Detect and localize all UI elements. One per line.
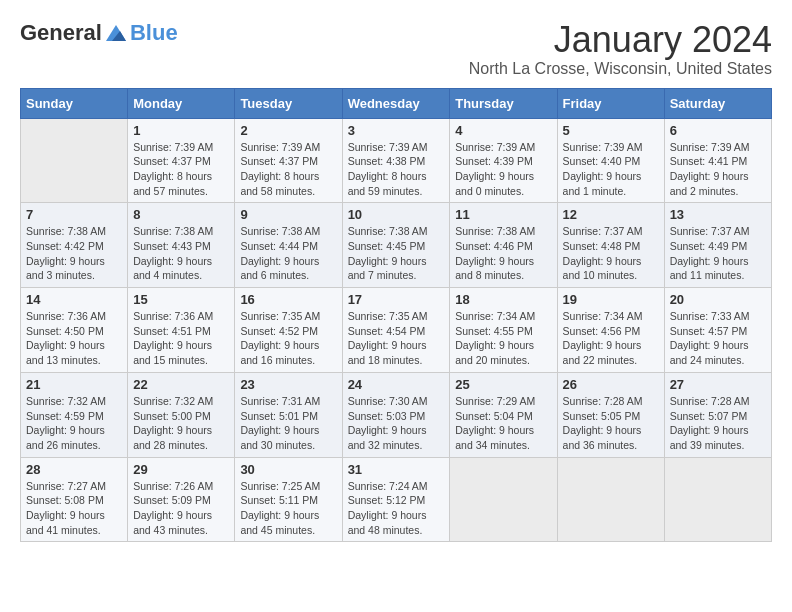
day-number: 4: [455, 123, 551, 138]
calendar-day-cell: 24Sunrise: 7:30 AMSunset: 5:03 PMDayligh…: [342, 372, 450, 457]
calendar-day-cell: 29Sunrise: 7:26 AMSunset: 5:09 PMDayligh…: [128, 457, 235, 542]
calendar-week-row: 28Sunrise: 7:27 AMSunset: 5:08 PMDayligh…: [21, 457, 772, 542]
day-number: 1: [133, 123, 229, 138]
day-number: 31: [348, 462, 445, 477]
day-info: Sunrise: 7:38 AMSunset: 4:44 PMDaylight:…: [240, 224, 336, 283]
calendar-day-cell: [21, 118, 128, 203]
day-info: Sunrise: 7:38 AMSunset: 4:42 PMDaylight:…: [26, 224, 122, 283]
day-info: Sunrise: 7:38 AMSunset: 4:46 PMDaylight:…: [455, 224, 551, 283]
logo-icon: [104, 23, 128, 43]
title-area: January 2024 North La Crosse, Wisconsin,…: [469, 20, 772, 78]
calendar-day-cell: 21Sunrise: 7:32 AMSunset: 4:59 PMDayligh…: [21, 372, 128, 457]
day-info: Sunrise: 7:27 AMSunset: 5:08 PMDaylight:…: [26, 479, 122, 538]
calendar-day-cell: 8Sunrise: 7:38 AMSunset: 4:43 PMDaylight…: [128, 203, 235, 288]
month-title: January 2024: [469, 20, 772, 60]
calendar-day-cell: 31Sunrise: 7:24 AMSunset: 5:12 PMDayligh…: [342, 457, 450, 542]
day-number: 8: [133, 207, 229, 222]
day-number: 5: [563, 123, 659, 138]
calendar-day-cell: 16Sunrise: 7:35 AMSunset: 4:52 PMDayligh…: [235, 288, 342, 373]
day-number: 17: [348, 292, 445, 307]
calendar-day-cell: 12Sunrise: 7:37 AMSunset: 4:48 PMDayligh…: [557, 203, 664, 288]
calendar-day-cell: 5Sunrise: 7:39 AMSunset: 4:40 PMDaylight…: [557, 118, 664, 203]
day-info: Sunrise: 7:31 AMSunset: 5:01 PMDaylight:…: [240, 394, 336, 453]
calendar-week-row: 7Sunrise: 7:38 AMSunset: 4:42 PMDaylight…: [21, 203, 772, 288]
calendar-table: SundayMondayTuesdayWednesdayThursdayFrid…: [20, 88, 772, 543]
day-number: 27: [670, 377, 766, 392]
calendar-day-cell: 19Sunrise: 7:34 AMSunset: 4:56 PMDayligh…: [557, 288, 664, 373]
day-number: 10: [348, 207, 445, 222]
day-info: Sunrise: 7:34 AMSunset: 4:56 PMDaylight:…: [563, 309, 659, 368]
day-number: 13: [670, 207, 766, 222]
calendar-day-cell: 22Sunrise: 7:32 AMSunset: 5:00 PMDayligh…: [128, 372, 235, 457]
calendar-day-cell: 23Sunrise: 7:31 AMSunset: 5:01 PMDayligh…: [235, 372, 342, 457]
day-info: Sunrise: 7:36 AMSunset: 4:51 PMDaylight:…: [133, 309, 229, 368]
calendar-day-cell: 13Sunrise: 7:37 AMSunset: 4:49 PMDayligh…: [664, 203, 771, 288]
day-number: 2: [240, 123, 336, 138]
day-info: Sunrise: 7:38 AMSunset: 4:43 PMDaylight:…: [133, 224, 229, 283]
day-number: 24: [348, 377, 445, 392]
day-info: Sunrise: 7:39 AMSunset: 4:41 PMDaylight:…: [670, 140, 766, 199]
day-info: Sunrise: 7:29 AMSunset: 5:04 PMDaylight:…: [455, 394, 551, 453]
day-number: 30: [240, 462, 336, 477]
day-number: 15: [133, 292, 229, 307]
weekday-header-sunday: Sunday: [21, 88, 128, 118]
day-info: Sunrise: 7:39 AMSunset: 4:38 PMDaylight:…: [348, 140, 445, 199]
day-info: Sunrise: 7:26 AMSunset: 5:09 PMDaylight:…: [133, 479, 229, 538]
day-info: Sunrise: 7:35 AMSunset: 4:54 PMDaylight:…: [348, 309, 445, 368]
calendar-day-cell: [557, 457, 664, 542]
day-info: Sunrise: 7:39 AMSunset: 4:37 PMDaylight:…: [133, 140, 229, 199]
weekday-header-saturday: Saturday: [664, 88, 771, 118]
weekday-header-friday: Friday: [557, 88, 664, 118]
calendar-week-row: 1Sunrise: 7:39 AMSunset: 4:37 PMDaylight…: [21, 118, 772, 203]
day-number: 16: [240, 292, 336, 307]
logo: General Blue: [20, 20, 178, 46]
day-number: 28: [26, 462, 122, 477]
calendar-day-cell: 30Sunrise: 7:25 AMSunset: 5:11 PMDayligh…: [235, 457, 342, 542]
calendar-day-cell: 6Sunrise: 7:39 AMSunset: 4:41 PMDaylight…: [664, 118, 771, 203]
day-number: 23: [240, 377, 336, 392]
logo-blue-text: Blue: [130, 20, 178, 46]
calendar-week-row: 21Sunrise: 7:32 AMSunset: 4:59 PMDayligh…: [21, 372, 772, 457]
calendar-day-cell: 20Sunrise: 7:33 AMSunset: 4:57 PMDayligh…: [664, 288, 771, 373]
day-info: Sunrise: 7:25 AMSunset: 5:11 PMDaylight:…: [240, 479, 336, 538]
day-info: Sunrise: 7:37 AMSunset: 4:49 PMDaylight:…: [670, 224, 766, 283]
calendar-day-cell: 14Sunrise: 7:36 AMSunset: 4:50 PMDayligh…: [21, 288, 128, 373]
weekday-header-thursday: Thursday: [450, 88, 557, 118]
weekday-header-monday: Monday: [128, 88, 235, 118]
day-number: 7: [26, 207, 122, 222]
header: General Blue January 2024 North La Cross…: [20, 20, 772, 78]
calendar-day-cell: 4Sunrise: 7:39 AMSunset: 4:39 PMDaylight…: [450, 118, 557, 203]
weekday-header-tuesday: Tuesday: [235, 88, 342, 118]
weekday-header-row: SundayMondayTuesdayWednesdayThursdayFrid…: [21, 88, 772, 118]
day-number: 11: [455, 207, 551, 222]
calendar-day-cell: [664, 457, 771, 542]
location-title: North La Crosse, Wisconsin, United State…: [469, 60, 772, 78]
day-number: 21: [26, 377, 122, 392]
calendar-day-cell: 2Sunrise: 7:39 AMSunset: 4:37 PMDaylight…: [235, 118, 342, 203]
day-info: Sunrise: 7:32 AMSunset: 4:59 PMDaylight:…: [26, 394, 122, 453]
calendar-day-cell: 27Sunrise: 7:28 AMSunset: 5:07 PMDayligh…: [664, 372, 771, 457]
day-info: Sunrise: 7:34 AMSunset: 4:55 PMDaylight:…: [455, 309, 551, 368]
day-info: Sunrise: 7:30 AMSunset: 5:03 PMDaylight:…: [348, 394, 445, 453]
calendar-week-row: 14Sunrise: 7:36 AMSunset: 4:50 PMDayligh…: [21, 288, 772, 373]
calendar-day-cell: 15Sunrise: 7:36 AMSunset: 4:51 PMDayligh…: [128, 288, 235, 373]
weekday-header-wednesday: Wednesday: [342, 88, 450, 118]
day-number: 18: [455, 292, 551, 307]
day-number: 25: [455, 377, 551, 392]
day-number: 3: [348, 123, 445, 138]
day-info: Sunrise: 7:32 AMSunset: 5:00 PMDaylight:…: [133, 394, 229, 453]
day-number: 26: [563, 377, 659, 392]
day-number: 6: [670, 123, 766, 138]
calendar-day-cell: 9Sunrise: 7:38 AMSunset: 4:44 PMDaylight…: [235, 203, 342, 288]
day-info: Sunrise: 7:39 AMSunset: 4:39 PMDaylight:…: [455, 140, 551, 199]
day-number: 29: [133, 462, 229, 477]
calendar-day-cell: 28Sunrise: 7:27 AMSunset: 5:08 PMDayligh…: [21, 457, 128, 542]
logo-general-text: General: [20, 20, 102, 46]
day-info: Sunrise: 7:38 AMSunset: 4:45 PMDaylight:…: [348, 224, 445, 283]
day-info: Sunrise: 7:28 AMSunset: 5:07 PMDaylight:…: [670, 394, 766, 453]
day-number: 12: [563, 207, 659, 222]
day-info: Sunrise: 7:28 AMSunset: 5:05 PMDaylight:…: [563, 394, 659, 453]
day-number: 19: [563, 292, 659, 307]
day-number: 9: [240, 207, 336, 222]
day-info: Sunrise: 7:24 AMSunset: 5:12 PMDaylight:…: [348, 479, 445, 538]
